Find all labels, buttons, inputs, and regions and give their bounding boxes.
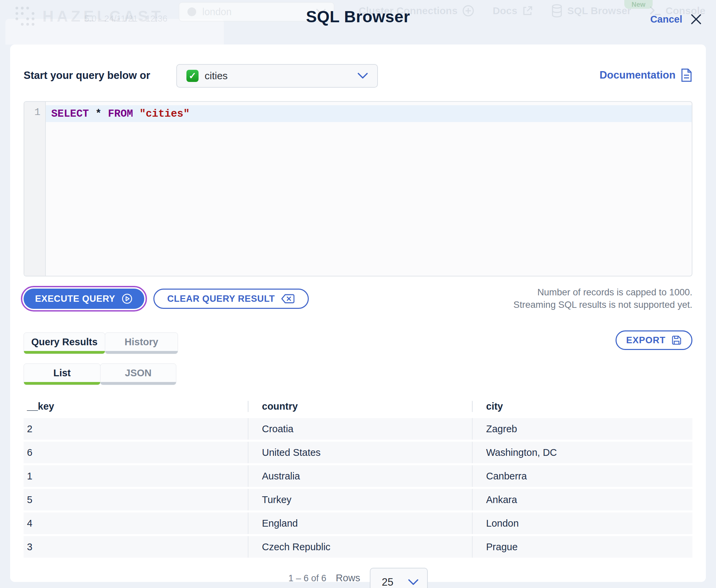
active-tab-indicator — [24, 382, 100, 385]
table-row[interactable]: 6 United States Washington, DC — [24, 442, 692, 463]
documentation-label: Documentation — [599, 69, 676, 81]
pagination-range: 1 – 6 of 6 — [288, 573, 326, 584]
sql-table-string: "cities" — [140, 108, 190, 120]
records-note-line2: Streaming SQL results is not supported y… — [513, 298, 692, 311]
sql-keyword-select: SELECT — [51, 108, 89, 120]
map-select-value: cities — [205, 70, 352, 82]
sql-keyword-from: FROM — [108, 108, 133, 120]
tab-list[interactable]: List — [24, 363, 101, 385]
chevron-down-icon — [408, 579, 418, 586]
close-icon[interactable] — [689, 12, 703, 26]
rows-per-page-label: Rows — [336, 572, 360, 584]
column-header-country: country — [248, 401, 472, 412]
export-button[interactable]: EXPORT — [615, 331, 692, 350]
map-select-dropdown[interactable]: ✓ cities — [176, 64, 378, 88]
execute-query-button[interactable]: EXECUTE QUERY — [24, 289, 144, 309]
sql-star-operator: * — [96, 108, 102, 120]
table-header-row: __key country city — [24, 395, 692, 418]
rows-per-page-value: 25 — [382, 576, 394, 588]
editor-gutter: 1 — [24, 102, 46, 276]
sql-browser-modal-screen: HAZELCAST 5.0 - 24/11/21 - 12:36 london … — [0, 0, 716, 588]
chevron-down-icon — [358, 73, 368, 79]
clear-backspace-icon — [281, 294, 295, 304]
tab-query-results[interactable]: Query Results — [24, 332, 105, 354]
cancel-group: Cancel — [650, 12, 703, 26]
play-circle-icon — [121, 293, 133, 304]
records-note-line1: Number of records is capped to 1000. — [513, 286, 692, 298]
rows-per-page-select[interactable]: 25 — [370, 568, 428, 588]
document-icon — [680, 68, 692, 82]
page-background-strip — [644, 582, 716, 588]
line-number: 1 — [24, 107, 45, 118]
save-floppy-icon — [671, 335, 682, 345]
sql-query-line: SELECT * FROM "cities" — [46, 105, 692, 122]
inactive-tab-indicator — [101, 382, 176, 385]
tab-history[interactable]: History — [105, 332, 178, 354]
table-row[interactable]: 4 England London — [24, 512, 692, 534]
inactive-tab-indicator — [105, 351, 178, 354]
table-row[interactable]: 1 Australia Canberra — [24, 465, 692, 487]
page-title: SQL Browser — [0, 7, 716, 26]
table-row[interactable]: 5 Turkey Ankara — [24, 489, 692, 510]
map-checkbox-icon: ✓ — [186, 70, 198, 82]
column-header-key: __key — [24, 401, 248, 412]
query-prompt-label: Start your query below or — [24, 69, 150, 82]
clear-query-result-button[interactable]: CLEAR QUERY RESULT — [153, 289, 309, 309]
active-tab-indicator — [24, 351, 105, 354]
editor-code-area[interactable]: SELECT * FROM "cities" — [46, 102, 692, 276]
records-note: Number of records is capped to 1000. Str… — [513, 286, 692, 311]
sql-editor[interactable]: 1 SELECT * FROM "cities" — [24, 101, 692, 276]
table-row[interactable]: 2 Croatia Zagreb — [24, 418, 692, 440]
tab-json[interactable]: JSON — [100, 363, 176, 385]
cancel-button[interactable]: Cancel — [650, 14, 682, 25]
result-tabs: Query Results History — [24, 332, 178, 354]
results-table: __key country city 2 Croatia Zagreb 6 Un… — [24, 395, 692, 560]
documentation-link[interactable]: Documentation — [599, 68, 692, 82]
sql-browser-card: Start your query below or ✓ cities Docum… — [10, 44, 706, 582]
column-header-city: city — [472, 401, 692, 412]
page-background-strip — [0, 582, 216, 588]
execute-query-focus-ring: EXECUTE QUERY — [21, 286, 147, 312]
view-tabs: List JSON — [24, 363, 176, 385]
table-row[interactable]: 3 Czech Republic Prague — [24, 536, 692, 558]
